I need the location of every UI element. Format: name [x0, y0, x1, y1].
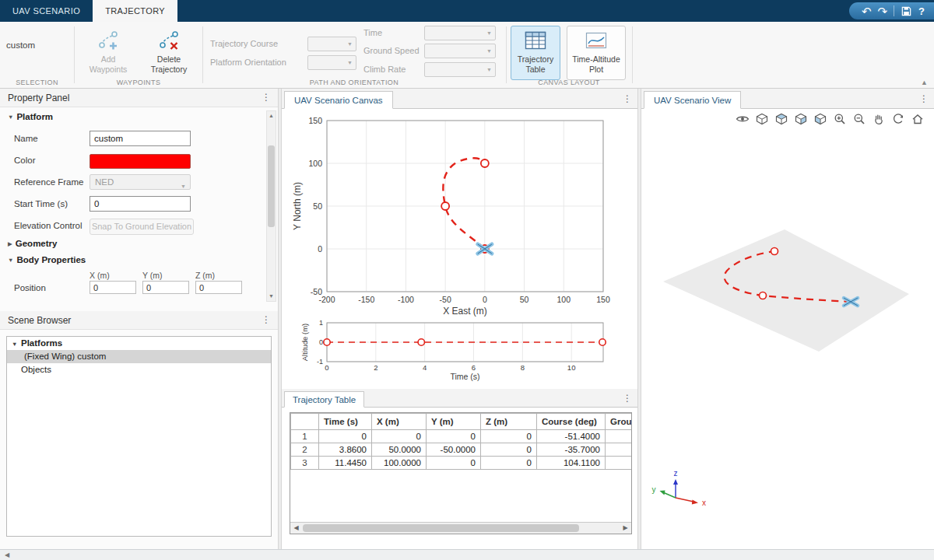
table-cell[interactable]: 0	[481, 443, 537, 457]
position-z-field[interactable]	[195, 281, 242, 294]
zoom-out-icon[interactable]	[851, 111, 868, 127]
snap-to-ground-elevation-button[interactable]: Snap To Ground Elevation	[90, 219, 194, 235]
trajectory-canvas-chart[interactable]: -200-150-100-50050100150-50050100150X Ea…	[282, 109, 637, 389]
time-altitude-plot-button[interactable]: Time-Altitude Plot	[567, 26, 626, 80]
altitude-waypoint-marker[interactable]	[324, 339, 330, 345]
table-cell[interactable]	[606, 430, 633, 443]
hscrollbar-thumb[interactable]	[303, 524, 579, 532]
cube-side-icon[interactable]	[792, 111, 809, 127]
scenario-view-3d[interactable]: z x y	[641, 129, 934, 544]
y-tick-label: -50	[311, 287, 322, 296]
selection-value[interactable]: custom	[6, 40, 35, 50]
altitude-waypoint-marker[interactable]	[418, 339, 424, 345]
altitude-waypoint-marker[interactable]	[599, 339, 606, 345]
table-cell[interactable]: 0	[372, 430, 427, 443]
canvas-menu-icon[interactable]: ⋮	[623, 93, 632, 104]
cube-top-icon[interactable]	[773, 111, 790, 127]
save-icon[interactable]	[901, 5, 912, 17]
tree-item-label: Objects	[21, 365, 51, 374]
cube-front-icon[interactable]	[812, 111, 829, 127]
view-menu-icon[interactable]: ⋮	[919, 93, 929, 104]
geometry-section-header[interactable]: ▶Geometry	[8, 239, 57, 248]
tree-item-platforms[interactable]: ▼Platforms	[7, 337, 271, 350]
collapse-left-panel-icon[interactable]: ◀	[5, 551, 9, 558]
table-cell[interactable]: -51.4000	[537, 430, 606, 443]
body-properties-section-header[interactable]: ▼Body Properties	[8, 255, 86, 264]
table-cell[interactable]: 0	[481, 457, 537, 470]
tab-uav-scenario[interactable]: UAV SCENARIO	[0, 0, 93, 22]
pan-icon[interactable]	[870, 111, 887, 127]
waypoint-marker-3d[interactable]	[771, 248, 778, 255]
add-waypoints-button[interactable]: Add Waypoints	[81, 26, 135, 80]
scroll-right-icon[interactable]: ▶	[620, 523, 631, 534]
table-cell[interactable]: 3.8600	[319, 443, 372, 457]
climb-rate-dropdown[interactable]: ▼	[424, 62, 496, 77]
left-panel: Property Panel ⋮ ▼Platform Name Color Re…	[0, 89, 278, 549]
table-cell[interactable]: -35.7000	[537, 443, 606, 457]
table-cell[interactable]: 0	[427, 457, 481, 470]
scrollbar-thumb[interactable]	[268, 145, 275, 227]
start-time-field[interactable]	[90, 196, 191, 212]
collapse-ribbon-icon[interactable]: ▲	[921, 79, 928, 86]
time-dropdown[interactable]: ▼	[424, 26, 496, 40]
table-cell[interactable]	[606, 443, 633, 457]
waypoint-marker[interactable]	[441, 202, 449, 210]
table-cell[interactable]: 11.4450	[319, 457, 372, 470]
name-field[interactable]	[90, 131, 191, 146]
position-x-field[interactable]	[90, 281, 136, 294]
redo-icon[interactable]: ↷	[877, 5, 887, 17]
tab-uav-scenario-canvas[interactable]: UAV Scenario Canvas	[284, 91, 393, 109]
tree-expanded-icon[interactable]: ▼	[12, 338, 21, 351]
tab-trajectory[interactable]: TRAJECTORY	[93, 0, 177, 22]
table-cell[interactable]: 50.0000	[372, 443, 427, 457]
x-axis-label: x	[702, 499, 706, 507]
scroll-down-icon[interactable]: ▼	[267, 292, 276, 301]
reference-frame-dropdown[interactable]: NED ▼	[90, 174, 191, 190]
zoom-in-icon[interactable]	[831, 111, 848, 127]
table-cell[interactable]: 104.1100	[537, 457, 606, 470]
row-number-cell[interactable]: 1	[291, 430, 319, 443]
trajectory-course-dropdown[interactable]: ▼	[307, 37, 356, 51]
name-label: Name	[14, 134, 38, 143]
chevron-down-icon: ▼	[181, 180, 186, 194]
table-menu-icon[interactable]: ⋮	[623, 393, 632, 404]
home-icon[interactable]	[909, 111, 926, 127]
undo-icon[interactable]: ↶	[862, 5, 872, 17]
eye-icon[interactable]	[734, 111, 751, 127]
rotate-3d-icon[interactable]	[890, 111, 907, 127]
table-cell[interactable]: 0	[319, 430, 372, 443]
table-cell[interactable]: 0	[481, 430, 537, 443]
tree-item-objects[interactable]: Objects	[7, 363, 271, 376]
ground-speed-dropdown[interactable]: ▼	[424, 44, 496, 58]
row-number-cell[interactable]: 2	[291, 443, 319, 457]
waypoint-marker[interactable]	[481, 159, 489, 167]
platform-color-swatch[interactable]	[90, 154, 191, 169]
table-cell[interactable]: -50.0000	[427, 443, 481, 457]
table-cell[interactable]: 100.0000	[372, 457, 427, 470]
row-number-cell[interactable]: 3	[291, 457, 319, 470]
trajectory-table-button[interactable]: Trajectory Table	[511, 26, 560, 80]
help-icon[interactable]: ?	[918, 5, 925, 17]
table-cell[interactable]	[606, 457, 633, 470]
delete-trajectory-button[interactable]: Delete Trajectory	[142, 26, 196, 80]
chevron-down-icon: ▼	[486, 48, 492, 54]
table-column-header: X (m)	[372, 414, 427, 430]
cube-iso-icon[interactable]	[753, 111, 771, 127]
climb-rate-label: Climb Rate	[363, 65, 406, 74]
table-cell[interactable]: 0	[427, 430, 481, 443]
scroll-up-icon[interactable]: ▲	[267, 111, 276, 121]
position-y-field[interactable]	[142, 281, 189, 294]
y-tick-label: 150	[308, 116, 322, 125]
table-hscrollbar[interactable]: ◀ ▶	[290, 522, 631, 534]
property-panel-menu-icon[interactable]: ⋮	[262, 92, 271, 103]
scroll-left-icon[interactable]: ◀	[290, 523, 302, 534]
tab-uav-scenario-view[interactable]: UAV Scenario View	[644, 91, 741, 109]
tree-item-fixed-wing-custom[interactable]: (Fixed Wing) custom	[7, 350, 271, 363]
platform-section-header[interactable]: ▼Platform	[8, 112, 53, 121]
property-panel-scrollbar[interactable]: ▲ ▼	[266, 110, 276, 302]
platform-orientation-dropdown[interactable]: ▼	[307, 55, 356, 70]
scene-browser-menu-icon[interactable]: ⋮	[262, 314, 271, 325]
x-tick-label: 10	[567, 363, 576, 372]
waypoint-marker-3d[interactable]	[760, 292, 767, 299]
tab-trajectory-table[interactable]: Trajectory Table	[284, 391, 364, 408]
